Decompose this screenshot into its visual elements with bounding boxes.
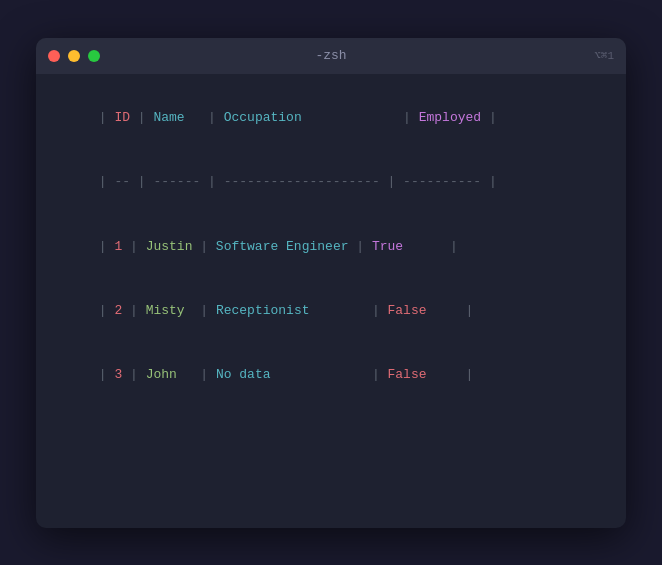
pipe: |	[99, 303, 115, 318]
close-button[interactable]	[48, 50, 60, 62]
pipe: |	[403, 239, 458, 254]
pipe: |	[380, 174, 403, 189]
row1-employed: True	[372, 239, 403, 254]
title-bar: -zsh ⌥⌘1	[36, 38, 626, 74]
pipe: |	[481, 110, 497, 125]
pipe: |	[177, 367, 216, 382]
pipe: |	[427, 367, 474, 382]
table-row: | 3 | John | No data | False |	[52, 343, 610, 407]
row1-occupation: Software Engineer	[216, 239, 349, 254]
pipe: |	[185, 303, 216, 318]
table-row: | 1 | Justin | Software Engineer | True …	[52, 214, 610, 278]
row2-employed: False	[388, 303, 427, 318]
pipe: |	[99, 110, 115, 125]
terminal-window: -zsh ⌥⌘1 | ID | Name | Occupation | Empl…	[36, 38, 626, 528]
row1-name: Justin	[146, 239, 193, 254]
pipe: |	[270, 367, 387, 382]
sep-employed: ----------	[403, 174, 481, 189]
pipe: |	[481, 174, 497, 189]
pipe: |	[130, 110, 153, 125]
pipe: |	[99, 367, 115, 382]
col-employed-header: Employed	[419, 110, 481, 125]
pipe: |	[99, 239, 115, 254]
table-separator-row: | -- | ------ | -------------------- | -…	[52, 150, 610, 214]
row2-occupation: Receptionist	[216, 303, 310, 318]
pipe: |	[122, 367, 145, 382]
row3-name: John	[146, 367, 177, 382]
sep-id: --	[114, 174, 130, 189]
table-header-row: | ID | Name | Occupation | Employed |	[52, 86, 610, 150]
pipe: |	[200, 174, 223, 189]
row3-occupation: No data	[216, 367, 271, 382]
row3-employed: False	[388, 367, 427, 382]
pipe: |	[348, 239, 371, 254]
traffic-lights	[48, 50, 100, 62]
pipe: |	[122, 303, 145, 318]
minimize-button[interactable]	[68, 50, 80, 62]
terminal-body: | ID | Name | Occupation | Employed | | …	[36, 74, 626, 528]
pipe: |	[302, 110, 419, 125]
pipe: |	[99, 174, 115, 189]
sep-name: ------	[153, 174, 200, 189]
col-occupation-header: Occupation	[224, 110, 302, 125]
pipe: |	[185, 110, 224, 125]
maximize-button[interactable]	[88, 50, 100, 62]
row2-name: Misty	[146, 303, 185, 318]
sep-occupation: --------------------	[224, 174, 380, 189]
window-shortcut: ⌥⌘1	[594, 49, 614, 62]
col-id-header: ID	[114, 110, 130, 125]
pipe: |	[427, 303, 474, 318]
table-row: | 2 | Misty | Receptionist | False |	[52, 278, 610, 342]
window-title: -zsh	[315, 48, 346, 63]
pipe: |	[130, 174, 153, 189]
pipe: |	[192, 239, 215, 254]
pipe: |	[310, 303, 388, 318]
col-name-header: Name	[153, 110, 184, 125]
pipe: |	[122, 239, 145, 254]
